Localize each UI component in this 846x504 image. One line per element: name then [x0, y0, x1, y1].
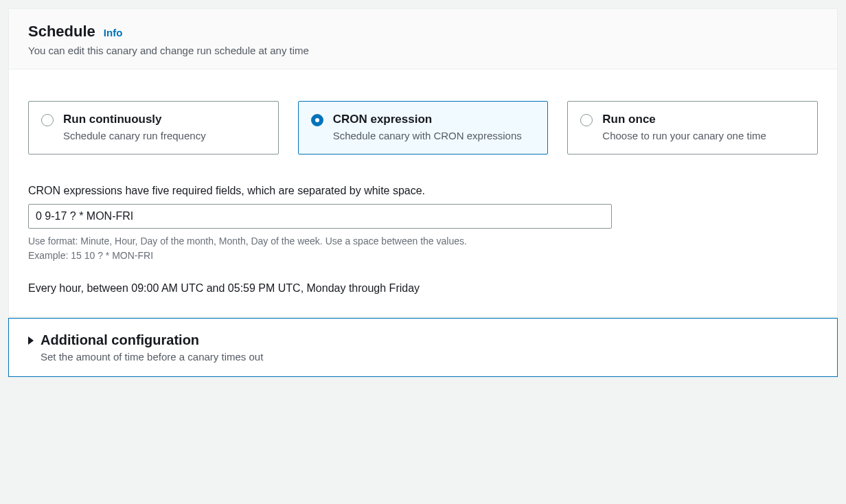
panel-title-row: Schedule Info	[28, 23, 818, 41]
tile-desc: Choose to run your canary one time	[602, 128, 766, 143]
tile-content: Run once Choose to run your canary one t…	[602, 113, 766, 143]
additional-config-desc: Set the amount of time before a canary t…	[41, 351, 818, 363]
tile-content: CRON expression Schedule canary with CRO…	[333, 113, 522, 143]
tile-desc: Schedule canary run frequency	[63, 128, 206, 143]
tile-desc: Schedule canary with CRON expressions	[333, 128, 522, 143]
tile-label: Run once	[602, 113, 766, 126]
panel-title: Schedule	[28, 23, 95, 41]
cron-hint-line2: Example: 15 10 ? * MON-FRI	[28, 250, 153, 261]
cron-hint: Use format: Minute, Hour, Day of the mon…	[28, 234, 818, 263]
tile-run-continuously[interactable]: Run continuously Schedule canary run fre…	[28, 101, 279, 154]
panel-header: Schedule Info You can edit this canary a…	[9, 9, 837, 69]
cron-field-label: CRON expressions have five required fiel…	[28, 185, 818, 197]
info-link[interactable]: Info	[104, 27, 123, 38]
tile-content: Run continuously Schedule canary run fre…	[63, 113, 206, 143]
tile-run-once[interactable]: Run once Choose to run your canary one t…	[567, 101, 818, 154]
cron-expression-input[interactable]	[28, 204, 612, 229]
cron-hint-line1: Use format: Minute, Hour, Day of the mon…	[28, 236, 467, 247]
schedule-panel: Schedule Info You can edit this canary a…	[8, 8, 838, 317]
radio-run-continuously[interactable]	[41, 114, 54, 126]
additional-config-title: Additional configuration	[41, 332, 199, 348]
caret-right-icon	[28, 336, 34, 345]
panel-subtitle: You can edit this canary and change run …	[28, 45, 818, 56]
additional-configuration-toggle[interactable]: Additional configuration	[28, 332, 818, 348]
tile-label: Run continuously	[63, 113, 206, 126]
schedule-type-tiles: Run continuously Schedule canary run fre…	[28, 101, 818, 154]
additional-configuration-panel: Additional configuration Set the amount …	[8, 318, 838, 377]
tile-label: CRON expression	[333, 113, 522, 126]
radio-run-once[interactable]	[580, 114, 593, 126]
cron-field-group: CRON expressions have five required fiel…	[28, 185, 818, 295]
cron-interpretation: Every hour, between 09:00 AM UTC and 05:…	[28, 282, 818, 295]
panel-body: Run continuously Schedule canary run fre…	[9, 69, 837, 317]
radio-cron-expression[interactable]	[311, 114, 323, 126]
tile-cron-expression[interactable]: CRON expression Schedule canary with CRO…	[298, 101, 549, 154]
